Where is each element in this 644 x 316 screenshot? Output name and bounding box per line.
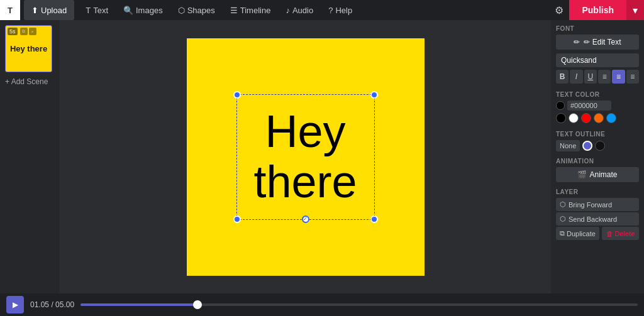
color-hex-input[interactable]: #000000 (567, 101, 611, 111)
audio-nav-icon: ♪ (286, 6, 290, 15)
swatch-red[interactable] (581, 113, 591, 123)
audio-nav-button[interactable]: ♪ Audio (278, 0, 321, 20)
send-backward-icon: ⬡ (560, 215, 566, 223)
outline-none-button[interactable]: None (556, 140, 580, 151)
top-navigation: T ⬆ Upload T Text 🔍 Images ⬡ Shapes ☰ Ti… (0, 0, 644, 20)
handle-bottom-left[interactable] (233, 215, 241, 223)
timeline-progress (80, 303, 197, 306)
timeline-track[interactable] (80, 303, 638, 306)
scene-thumbnail[interactable]: 5s ⧉ × Hey there (5, 25, 52, 72)
scene-duration: 5s (8, 28, 18, 35)
color-picker-dot[interactable] (556, 101, 565, 110)
text-outline-section: TEXT OUTLINE None (556, 131, 639, 151)
handle-bottom-right[interactable] (370, 215, 378, 223)
outline-swatch-blue[interactable] (582, 141, 592, 151)
handle-bottom-middle[interactable]: ✓ (302, 215, 309, 223)
images-nav-icon: 🔍 (123, 6, 133, 15)
chevron-down-icon: ▾ (633, 4, 638, 16)
play-button[interactable]: ▶ (6, 296, 24, 313)
font-section-label: FONT (556, 25, 639, 32)
play-icon: ▶ (13, 300, 18, 309)
swatch-black[interactable] (556, 113, 566, 123)
timeline-nav-icon: ☰ (230, 6, 238, 15)
timeline-bar: ▶ 01.05 / 05.00 (0, 293, 644, 316)
swatch-blue[interactable] (606, 113, 616, 123)
text-color-section: TEXT COLOR #000000 (556, 91, 639, 124)
text-nav-button[interactable]: T Text (78, 0, 116, 20)
shapes-nav-icon: ⬡ (178, 6, 185, 15)
right-panel: FONT ✏ ✏ Edit Text Quicksand B I U ≡ ≡ ≡ (551, 20, 644, 293)
bring-forward-icon: ⬡ (560, 200, 566, 209)
align-right-button[interactable]: ≡ (626, 70, 639, 84)
pencil-icon: ✏ (574, 38, 580, 46)
scene-copy-icon: ⧉ (20, 28, 28, 35)
action-row: ⧉ Duplicate 🗑 Delete (556, 227, 639, 240)
layer-section: LAYER ⬡ Bring Forward ⬡ Send Backward ⧉ … (556, 188, 639, 240)
edit-text-button[interactable]: ✏ ✏ Edit Text (556, 35, 639, 50)
text-nav-icon: T (86, 6, 91, 15)
format-row: B I U ≡ ≡ ≡ (556, 70, 639, 84)
align-left-button[interactable]: ≡ (598, 70, 611, 84)
settings-button[interactable]: ⚙ (549, 0, 569, 20)
outline-swatch-dark[interactable] (595, 141, 605, 151)
scene-text-preview: Hey there (10, 44, 47, 54)
main-area: 5s ⧉ × Hey there + Add Scene Heythere ✓ (0, 20, 644, 293)
animate-icon: 🎬 (577, 170, 587, 179)
trash-icon: 🗑 (606, 230, 613, 237)
timeline-thumb[interactable] (193, 300, 202, 309)
animation-label: ANIMATION (556, 158, 639, 165)
canvas-text[interactable]: Heythere (253, 107, 357, 206)
layer-label: LAYER (556, 188, 639, 195)
bring-forward-button[interactable]: ⬡ Bring Forward (556, 198, 639, 211)
swatch-white[interactable] (569, 113, 579, 123)
duplicate-icon: ⧉ (560, 229, 565, 237)
publish-button[interactable]: Publish (569, 0, 626, 20)
gear-icon: ⚙ (555, 4, 564, 16)
upload-icon: ⬆ (31, 6, 38, 15)
duplicate-button[interactable]: ⧉ Duplicate (556, 227, 599, 240)
app-logo: T (0, 0, 20, 20)
text-outline-label: TEXT OUTLINE (556, 131, 639, 138)
outline-row: None (556, 140, 639, 151)
time-display: 01.05 / 05.00 (30, 300, 74, 309)
italic-button[interactable]: I (570, 70, 582, 84)
help-nav-icon: ? (328, 6, 333, 15)
help-nav-button[interactable]: ? Help (321, 0, 360, 20)
send-backward-button[interactable]: ⬡ Send Backward (556, 212, 639, 226)
font-name-button[interactable]: Quicksand (556, 53, 639, 67)
delete-button[interactable]: 🗑 Delete (602, 227, 639, 240)
add-scene-button[interactable]: + Add Scene (5, 77, 55, 86)
text-color-label: TEXT COLOR (556, 91, 639, 98)
images-nav-button[interactable]: 🔍 Images (116, 0, 170, 20)
align-center-button[interactable]: ≡ (612, 70, 625, 84)
underline-button[interactable]: U (584, 70, 597, 84)
publish-chevron-button[interactable]: ▾ (626, 0, 644, 20)
color-hex-row: #000000 (556, 101, 639, 111)
swatch-orange[interactable] (594, 113, 604, 123)
bold-button[interactable]: B (556, 70, 569, 84)
scene-trash-icon: × (29, 28, 36, 35)
timeline-nav-button[interactable]: ☰ Timeline (223, 0, 279, 20)
handle-top-right[interactable] (370, 91, 378, 99)
shapes-nav-button[interactable]: ⬡ Shapes (170, 0, 223, 20)
canvas-area[interactable]: Heythere ✓ (60, 20, 551, 293)
handle-top-left[interactable] (233, 91, 241, 99)
animate-button[interactable]: 🎬 Animate (556, 167, 639, 182)
upload-button[interactable]: ⬆ Upload (24, 0, 74, 20)
left-panel: 5s ⧉ × Hey there + Add Scene (0, 20, 60, 293)
animation-section: ANIMATION 🎬 Animate (556, 158, 639, 182)
canvas[interactable]: Heythere ✓ (187, 38, 425, 276)
color-swatches (556, 113, 639, 123)
font-section: FONT ✏ ✏ Edit Text Quicksand B I U ≡ ≡ ≡ (556, 25, 639, 85)
